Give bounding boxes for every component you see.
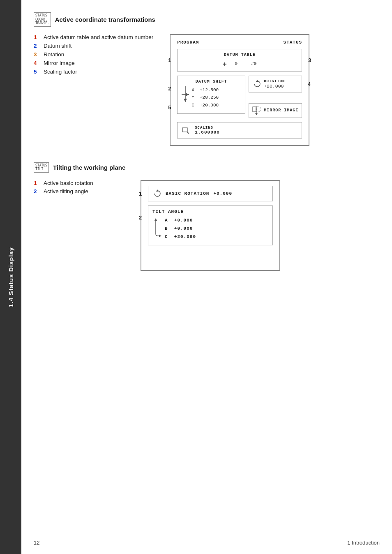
screen-num-2: 2 <box>168 85 171 91</box>
list-text-1: Active datum table and active datum numb… <box>44 34 153 40</box>
rotation-label: ROTATION <box>264 79 285 83</box>
list-text-2: Datum shift <box>44 43 71 49</box>
svg-marker-9 <box>255 113 258 115</box>
section2-list: 1 Active basic rotation 2 Active tilting… <box>34 180 124 271</box>
tilt-b: +0.000 <box>174 226 193 231</box>
list-num-1: 1 <box>34 34 40 40</box>
list-num-3: 3 <box>34 51 40 58</box>
svg-marker-14 <box>154 218 157 221</box>
scaling-section: SCALING 1.600000 <box>177 122 302 138</box>
mirror-label: MIRROR IMAGE <box>264 108 298 113</box>
screen1-status-label: STATUS <box>284 40 302 45</box>
datum-shift-c: +20.000 <box>200 103 219 108</box>
datum-table-section: DATUM TABLE ✚ 0 #0 <box>177 49 302 72</box>
tilt-c-row: C +20.000 <box>165 233 196 241</box>
datum-shift-icon <box>182 86 189 103</box>
page-number: 12 <box>34 540 39 546</box>
rotation-vals: ROTATION +20.000 <box>264 79 285 89</box>
svg-rect-5 <box>253 107 256 112</box>
svg-marker-3 <box>186 93 189 96</box>
mirror-icon <box>252 106 261 115</box>
rotation-mirror-col: ROTATION +20.000 4 <box>249 76 302 118</box>
section-coordinate-transformations: STATUS COORD. TRANSF. Active coordinate … <box>34 12 380 146</box>
crosshair-icon: ✚ <box>223 60 227 68</box>
section1-title: Active coordinate transformations <box>55 16 155 23</box>
mirror-section: MIRROR IMAGE <box>249 103 302 118</box>
section1-list: 1 Active datum table and active datum nu… <box>34 34 153 146</box>
tilt-list-text-2: Active tilting angle <box>44 188 88 194</box>
screen1-program-label: PROGRAM <box>177 40 199 45</box>
list-text-3: Rotation <box>44 51 64 58</box>
svg-marker-13 <box>156 189 159 192</box>
basic-rotation-val: +0.000 <box>213 191 232 196</box>
datum-shift-y: +28.250 <box>200 95 219 100</box>
basic-rotation-icon <box>153 189 161 198</box>
rotation-icon <box>253 80 261 88</box>
status-badge-2: STATUS TILT <box>34 162 49 173</box>
tilt-a-row: A +0.000 <box>165 217 196 225</box>
screen1-header-row: PROGRAM STATUS <box>177 40 302 45</box>
tilt-list-text-1: Active basic rotation <box>44 180 93 186</box>
scaling-label: SCALING <box>195 126 220 130</box>
screen2-num-2: 2 <box>139 215 142 221</box>
list-item-5: 5 Scaling factor <box>34 69 153 75</box>
tilt-list-num-2: 2 <box>34 188 40 194</box>
datum-table-label: DATUM TABLE <box>182 53 297 57</box>
datum-shift-rotation-row: DATUM SHIFT <box>177 76 302 118</box>
chapter-label: 1 Introduction <box>347 540 380 546</box>
rotation-content: ROTATION +20.000 <box>253 79 297 89</box>
scaling-val: 1.600000 <box>195 130 220 135</box>
datum-shift-y-row: Y +28.250 <box>191 94 219 102</box>
datum-shift-content: X +12.500 Y +28.250 C +20.000 <box>182 86 241 109</box>
page-footer: 12 1 Introduction <box>21 540 392 546</box>
tilt-angle-label: TILT ANGLE <box>152 209 268 214</box>
list-text-4: Mirror image <box>44 60 75 66</box>
datum-shift-x-row: X +12.500 <box>191 86 219 94</box>
datum-table-content: ✚ 0 #0 <box>182 60 297 68</box>
list-num-5: 5 <box>34 69 40 75</box>
screen-num-1: 1 <box>168 57 171 63</box>
tilt-b-row: B +0.000 <box>165 225 196 233</box>
screen-num-4: 4 <box>308 81 311 87</box>
list-num-4: 4 <box>34 60 40 66</box>
rotation-val: +20.000 <box>264 83 285 89</box>
list-item-1: 1 Active datum table and active datum nu… <box>34 34 153 40</box>
section2-content: 1 Active basic rotation 2 Active tilting… <box>34 180 380 271</box>
datum-shift-section: DATUM SHIFT <box>177 76 245 114</box>
screen-num-3: 3 <box>308 57 311 63</box>
tilt-angle-container: TILT ANGLE A +0.000 B +0.000 <box>148 205 273 245</box>
screen2-num-1: 1 <box>139 190 142 196</box>
section2-title: Tilting the working plane <box>53 164 125 171</box>
screen1-wrapper: PROGRAM STATUS DATUM TABLE ✚ 0 <box>170 34 309 146</box>
datum-shift-x: +12.500 <box>200 88 219 92</box>
status-badge-1: STATUS COORD. TRANSF. <box>34 12 51 27</box>
screen-num-5: 5 <box>168 104 171 111</box>
datum-shift-rotation-container: DATUM SHIFT <box>177 76 302 118</box>
svg-marker-4 <box>256 80 258 82</box>
basic-rotation-container: BASIC ROTATION +0.000 1 <box>148 186 273 201</box>
basic-rotation-label: BASIC ROTATION <box>166 191 209 196</box>
tilt-c: +20.000 <box>174 234 196 239</box>
datum-shift-vals: X +12.500 Y +28.250 C +20.000 <box>191 86 219 109</box>
datum-val1: 0 <box>235 61 238 66</box>
svg-rect-10 <box>182 128 187 132</box>
sidebar-label: 1.4 Status Display <box>7 247 14 307</box>
section1-content: 1 Active datum table and active datum nu… <box>34 34 380 146</box>
list-item-3: 3 Rotation <box>34 51 153 58</box>
list-item-2: 2 Datum shift <box>34 43 153 49</box>
svg-rect-6 <box>257 107 260 112</box>
tilt-list-num-1: 1 <box>34 180 40 186</box>
sidebar: 1.4 Status Display <box>0 0 21 554</box>
tilt-angle-box: TILT ANGLE A +0.000 B +0.000 <box>148 205 273 245</box>
screen2-wrapper: BASIC ROTATION +0.000 1 TILT ANGLE <box>141 180 280 271</box>
tilt-list-item-2: 2 Active tilting angle <box>34 188 124 194</box>
tilt-list-item-1: 1 Active basic rotation <box>34 180 124 186</box>
basic-rotation-row: BASIC ROTATION +0.000 <box>148 186 273 201</box>
datum-val2: #0 <box>251 61 256 66</box>
section1-header: STATUS COORD. TRANSF. Active coordinate … <box>34 12 380 27</box>
screen1: PROGRAM STATUS DATUM TABLE ✚ 0 <box>170 34 309 146</box>
scaling-vals: SCALING 1.600000 <box>195 126 220 135</box>
svg-marker-15 <box>159 235 161 237</box>
datum-shift-c-row: C +20.000 <box>191 102 219 109</box>
section-tilting: STATUS TILT Tilting the working plane 1 … <box>34 162 380 271</box>
